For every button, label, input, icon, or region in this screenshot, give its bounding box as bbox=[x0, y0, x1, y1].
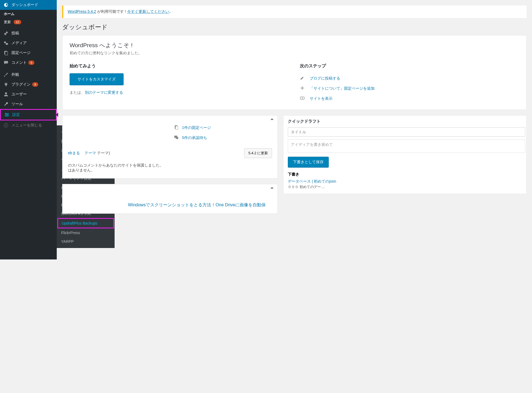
page-icon bbox=[3, 50, 9, 56]
activity-link[interactable]: Windowsでスクリーンショットをとる方法！One Driveに画像を自動保 bbox=[128, 202, 272, 208]
sidebar-label: 投稿 bbox=[11, 31, 19, 36]
theme-frag: ebまる bbox=[68, 151, 84, 155]
welcome-subtitle: 初めての方に便利なリンクを集めました。 bbox=[70, 51, 519, 56]
overview-panel: 1件の固定ページ 5件の承認待ち ebまる テーマ テーマ) bbox=[62, 115, 278, 179]
sidebar-item-posts[interactable]: 投稿 bbox=[0, 28, 57, 38]
pages-count-link[interactable]: 1件の固定ページ bbox=[182, 125, 211, 130]
sidebar-item-comments[interactable]: コメント 5 bbox=[0, 58, 57, 68]
updates-badge: 12 bbox=[14, 20, 21, 24]
customize-button[interactable]: サイトをカスタマイズ bbox=[70, 73, 124, 85]
step-label: ブログに投稿する bbox=[310, 76, 340, 81]
media-icon bbox=[3, 40, 9, 46]
svg-point-10 bbox=[6, 116, 7, 117]
activity-panel: Windowsでスクリーンショットをとる方法！One Driveに画像を自動保 bbox=[62, 184, 278, 214]
notice-tail: 。 bbox=[169, 9, 173, 14]
sidebar-item-settings[interactable]: 設定 bbox=[1, 110, 56, 120]
quick-draft-panel: クイックドラフト アイディアを書き留めて 下書きとして保存 下書き データベース… bbox=[283, 115, 527, 194]
menu-separator bbox=[0, 68, 57, 70]
pin-icon bbox=[3, 31, 9, 36]
sidebar-item-tools[interactable]: ツール bbox=[0, 99, 57, 109]
updates-label: 更新 bbox=[4, 20, 11, 24]
sidebar-label: メディア bbox=[11, 41, 27, 46]
panel-toggle[interactable] bbox=[270, 118, 274, 120]
sidebar-label: 設定 bbox=[12, 112, 20, 117]
brush-icon bbox=[3, 72, 9, 77]
svg-rect-3 bbox=[5, 52, 8, 55]
drafts-heading: 下書き bbox=[288, 172, 522, 177]
svg-rect-1 bbox=[6, 43, 8, 45]
sidebar-item-plugins[interactable]: プラグイン 8 bbox=[0, 80, 57, 89]
theme-tail: テーマ) bbox=[96, 151, 110, 155]
sidebar-item-media[interactable]: メディア bbox=[0, 38, 57, 48]
recent-drafts: 下書き データベース | 初めてのjson ０００ 初めてのデー ... bbox=[283, 168, 526, 194]
update-wp-button[interactable]: 5.4.2 に更新 bbox=[244, 148, 272, 158]
sidebar-item-appearance[interactable]: 外観 bbox=[0, 70, 57, 80]
step-label: サイトを表示 bbox=[310, 96, 333, 101]
save-draft-button[interactable]: 下書きとして保存 bbox=[288, 157, 329, 168]
draft-title-input[interactable] bbox=[288, 127, 525, 137]
plus-icon bbox=[300, 86, 306, 91]
pending-comments-link[interactable]: 5件の承認待ち bbox=[182, 135, 207, 140]
sidebar-label: ツール bbox=[11, 102, 23, 107]
update-notice: WordPress 5.4.2 が利用可能です ! 今すぐ更新してください。 bbox=[62, 5, 527, 18]
admin-sidebar: ダッシュボード ホーム 更新 12 投稿 メディア 固定ページ コメント 5 外… bbox=[0, 0, 57, 259]
change-theme-link[interactable]: 別のテーマに変更する bbox=[85, 90, 123, 95]
svg-point-4 bbox=[5, 92, 7, 94]
theme-link[interactable]: テーマ bbox=[85, 151, 96, 155]
main-content: WordPress 5.4.2 が利用可能です ! 今すぐ更新してください。 ダ… bbox=[57, 0, 532, 259]
comment-icon bbox=[3, 60, 9, 65]
svg-point-0 bbox=[4, 41, 6, 43]
welcome-panel: WordPress へようこそ ! 初めての方に便利なリンクを集めました。 始め… bbox=[62, 35, 527, 110]
collapse-icon bbox=[3, 123, 9, 128]
draft-content-input[interactable]: アイディアを書き留めて bbox=[288, 139, 525, 153]
wp-version-link[interactable]: WordPress 5.4.2 bbox=[68, 9, 96, 14]
sidebar-label: メニューを閉じる bbox=[11, 123, 42, 128]
dashboard-icon bbox=[3, 2, 9, 8]
user-icon bbox=[3, 92, 9, 97]
highlight-settings: 設定 bbox=[0, 109, 57, 120]
sidebar-label: 外観 bbox=[11, 72, 19, 77]
step-write-post[interactable]: ブログに投稿する bbox=[300, 73, 519, 83]
sidebar-subitem-updates[interactable]: 更新 12 bbox=[0, 18, 57, 26]
or-prefix: または、 bbox=[70, 90, 85, 95]
wrench-icon bbox=[3, 101, 9, 107]
eye-icon bbox=[300, 96, 306, 101]
step-view-site[interactable]: サイトを表示 bbox=[300, 93, 519, 104]
chat-icon bbox=[174, 135, 179, 141]
sidebar-item-dashboard[interactable]: ダッシュボード bbox=[0, 0, 57, 10]
sidebar-item-collapse[interactable]: メニューを閉じる bbox=[0, 120, 57, 130]
welcome-col-start: 始めてみよう サイトをカスタマイズ または、別のテーマに変更する bbox=[70, 63, 289, 104]
welcome-col-next: 次のステップ ブログに投稿する 「サイトについて」固定ページを追加 サイトを表示 bbox=[300, 63, 519, 104]
draft-excerpt: ０００ 初めてのデー ... bbox=[288, 185, 522, 189]
panel-toggle[interactable] bbox=[270, 187, 274, 189]
draft-link-1b[interactable]: 初めてのjson bbox=[314, 179, 336, 183]
sidebar-subitem-home[interactable]: ホーム bbox=[0, 10, 57, 18]
theme-info: ebまる テーマ テーマ) bbox=[68, 151, 110, 156]
plugins-badge: 8 bbox=[32, 82, 38, 87]
menu-separator bbox=[0, 26, 57, 28]
sliders-icon bbox=[4, 112, 10, 117]
comments-badge: 5 bbox=[28, 61, 34, 65]
quick-draft-heading: クイックドラフト bbox=[283, 116, 526, 127]
page-title: ダッシュボード bbox=[62, 18, 527, 35]
welcome-heading: WordPress へようこそ ! bbox=[70, 41, 519, 49]
sidebar-label: コメント bbox=[11, 60, 27, 65]
spam-line-2: はありません。 bbox=[68, 168, 272, 173]
sidebar-label: プラグイン bbox=[11, 82, 31, 87]
draft-link-1a[interactable]: データベース bbox=[288, 179, 311, 183]
update-now-link[interactable]: 今すぐ更新してください bbox=[127, 9, 169, 14]
pencil-icon bbox=[300, 75, 306, 81]
svg-point-8 bbox=[5, 113, 7, 114]
or-text: または、別のテーマに変更する bbox=[70, 90, 289, 95]
sidebar-label: ダッシュボード bbox=[11, 2, 38, 7]
svg-point-13 bbox=[302, 98, 303, 99]
svg-point-9 bbox=[7, 114, 8, 115]
sidebar-item-users[interactable]: ユーザー bbox=[0, 89, 57, 99]
step-label: 「サイトについて」固定ページを追加 bbox=[310, 86, 375, 91]
notice-text: が利用可能です ! bbox=[96, 9, 127, 14]
start-heading: 始めてみよう bbox=[70, 63, 289, 69]
page-icon bbox=[174, 125, 179, 131]
sidebar-label: 固定ページ bbox=[11, 50, 31, 55]
sidebar-item-pages[interactable]: 固定ページ bbox=[0, 48, 57, 58]
step-add-page[interactable]: 「サイトについて」固定ページを追加 bbox=[300, 83, 519, 93]
